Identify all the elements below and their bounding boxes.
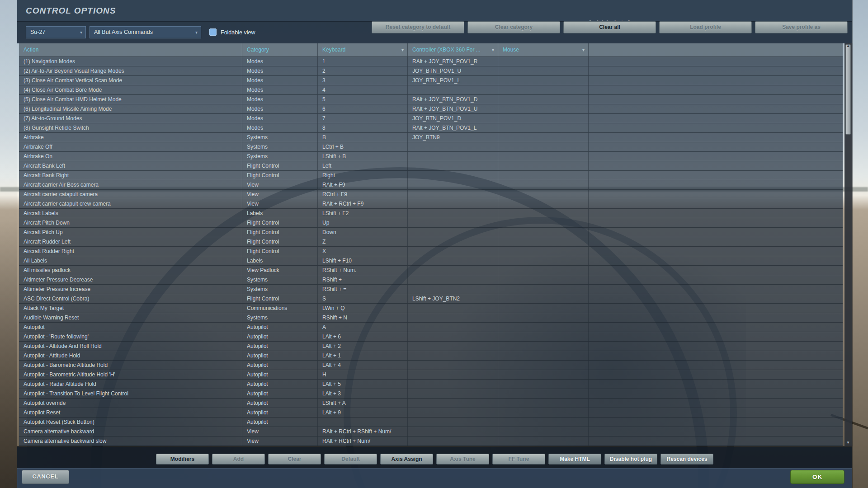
- mouse-cell[interactable]: [498, 351, 588, 360]
- action-cell[interactable]: Altimeter Pressure Decrease: [19, 275, 242, 284]
- action-cell[interactable]: (7) Air-to-Ground Modes: [19, 114, 242, 123]
- column-header-action[interactable]: Action: [19, 43, 242, 56]
- controller-cell[interactable]: [407, 427, 498, 436]
- category-cell[interactable]: Systems: [242, 133, 317, 142]
- controller-cell[interactable]: [407, 275, 498, 284]
- keyboard-cell[interactable]: LAlt + 9: [317, 408, 407, 417]
- action-cell[interactable]: Autopilot - Barometric Altitude Hold 'H': [19, 370, 242, 379]
- button-axis-assign[interactable]: Axis Assign: [380, 454, 433, 465]
- table-row[interactable]: Autopilot - Transition To Level Flight C…: [19, 389, 843, 399]
- mouse-cell[interactable]: [498, 228, 588, 237]
- table-row[interactable]: Aircraft Rudder LeftFlight ControlZ: [19, 237, 843, 247]
- aircraft-select[interactable]: Su-27 ▾: [26, 26, 86, 38]
- controller-cell[interactable]: [407, 218, 498, 227]
- controller-cell[interactable]: JOY_BTN_POV1_U: [407, 66, 498, 75]
- table-row[interactable]: Aircraft carrier catapult crew cameraVie…: [19, 199, 843, 209]
- category-cell[interactable]: Autopilot: [242, 380, 317, 389]
- mouse-cell[interactable]: [498, 380, 588, 389]
- controller-cell[interactable]: [407, 161, 498, 170]
- mouse-cell[interactable]: [498, 199, 588, 208]
- action-cell[interactable]: (1) Navigation Modes: [19, 57, 242, 66]
- category-cell[interactable]: Modes: [242, 57, 317, 66]
- column-header-controller[interactable]: Controller (XBOX 360 For ...▾: [407, 43, 498, 56]
- action-cell[interactable]: Aircraft carrier catapult crew camera: [19, 199, 242, 208]
- table-row[interactable]: Autopilot - Radar Altitude HoldAutopilot…: [19, 380, 843, 389]
- action-cell[interactable]: Autopilot - Barometric Altitude Hold: [19, 361, 242, 370]
- category-cell[interactable]: Communications: [242, 304, 317, 313]
- keyboard-cell[interactable]: B: [317, 133, 407, 142]
- column-header-mouse[interactable]: Mouse▾: [498, 43, 588, 56]
- action-cell[interactable]: (2) Air-to-Air Beyond Visual Range Modes: [19, 66, 242, 75]
- action-cell[interactable]: Aircraft Pitch Up: [19, 228, 242, 237]
- action-cell[interactable]: ASC Direct Control (Cobra): [19, 294, 242, 303]
- controller-cell[interactable]: [407, 247, 498, 256]
- action-cell[interactable]: (4) Close Air Combat Bore Mode: [19, 85, 242, 94]
- controller-cell[interactable]: RAlt + JOY_BTN_POV1_L: [407, 123, 498, 132]
- table-row[interactable]: (5) Close Air Combat HMD Helmet ModeMode…: [19, 95, 843, 104]
- keyboard-cell[interactable]: 3: [317, 76, 407, 85]
- category-cell[interactable]: Autopilot: [242, 351, 317, 360]
- category-cell[interactable]: Systems: [242, 142, 317, 151]
- mouse-cell[interactable]: [498, 361, 588, 370]
- cancel-button[interactable]: CANCEL: [22, 470, 69, 484]
- mouse-cell[interactable]: [498, 133, 588, 142]
- table-row[interactable]: Camera alternative backward slowViewRAlt…: [19, 436, 843, 446]
- scrollbar-thumb[interactable]: [845, 44, 851, 135]
- category-cell[interactable]: Modes: [242, 114, 317, 123]
- keyboard-cell[interactable]: LShift + F2: [317, 209, 407, 218]
- table-row[interactable]: Aircraft carrier Air Boss cameraViewRAlt…: [19, 180, 843, 190]
- category-cell[interactable]: Autopilot: [242, 389, 317, 398]
- mouse-cell[interactable]: [498, 427, 588, 436]
- button-make-html[interactable]: Make HTML: [548, 454, 601, 465]
- table-scrollbar[interactable]: ▲ ▼: [844, 43, 852, 446]
- mouse-cell[interactable]: [498, 342, 588, 351]
- category-cell[interactable]: Autopilot: [242, 418, 317, 427]
- controller-cell[interactable]: [407, 285, 498, 294]
- table-row[interactable]: All LabelsLabelsLShift + F10: [19, 256, 843, 266]
- table-row[interactable]: All missiles padlockView PadlockRShift +…: [19, 266, 843, 275]
- action-cell[interactable]: Autopilot - 'Route following': [19, 332, 242, 341]
- mouse-cell[interactable]: [498, 323, 588, 332]
- action-cell[interactable]: Autopilot Reset: [19, 408, 242, 417]
- category-cell[interactable]: Systems: [242, 285, 317, 294]
- table-row[interactable]: Airbrake OffSystemsLCtrl + B: [19, 142, 843, 152]
- category-cell[interactable]: View: [242, 436, 317, 446]
- controller-cell[interactable]: RAlt + JOY_BTN_POV1_U: [407, 104, 498, 113]
- mouse-cell[interactable]: [498, 190, 588, 199]
- category-cell[interactable]: Systems: [242, 275, 317, 284]
- keyboard-cell[interactable]: A: [317, 323, 407, 332]
- table-row[interactable]: AutopilotAutopilotA: [19, 323, 843, 332]
- controller-cell[interactable]: [407, 180, 498, 189]
- table-row[interactable]: Audible Warning ResetSystemsRShift + N: [19, 313, 843, 323]
- mouse-cell[interactable]: [498, 218, 588, 227]
- keyboard-cell[interactable]: RAlt + RCtrl + F9: [317, 199, 407, 208]
- action-cell[interactable]: Aircraft Rudder Left: [19, 237, 242, 246]
- action-cell[interactable]: Autopilot Reset (Stick Button): [19, 418, 242, 427]
- action-cell[interactable]: Aircraft Labels: [19, 209, 242, 218]
- keyboard-cell[interactable]: 4: [317, 85, 407, 94]
- action-cell[interactable]: Camera alternative backward: [19, 427, 242, 436]
- keyboard-cell[interactable]: Up: [317, 218, 407, 227]
- controller-cell[interactable]: LShift + JOY_BTN2: [407, 294, 498, 303]
- column-header-category[interactable]: Category: [242, 43, 317, 56]
- category-cell[interactable]: Modes: [242, 95, 317, 104]
- action-cell[interactable]: Attack My Target: [19, 304, 242, 313]
- table-row[interactable]: Aircraft Bank LeftFlight ControlLeft: [19, 161, 843, 171]
- button-modifiers[interactable]: Modifiers: [156, 454, 209, 465]
- controller-cell[interactable]: [407, 199, 498, 208]
- controller-cell[interactable]: [407, 351, 498, 360]
- category-cell[interactable]: Labels: [242, 256, 317, 265]
- mouse-cell[interactable]: [498, 275, 588, 284]
- table-row[interactable]: ASC Direct Control (Cobra)Flight Control…: [19, 294, 843, 304]
- table-row[interactable]: (3) Close Air Combat Vertical Scan ModeM…: [19, 76, 843, 85]
- category-cell[interactable]: Systems: [242, 313, 317, 322]
- category-cell[interactable]: Modes: [242, 76, 317, 85]
- ok-button[interactable]: OK: [790, 470, 844, 484]
- mouse-cell[interactable]: [498, 313, 588, 322]
- mouse-cell[interactable]: [498, 152, 588, 161]
- action-cell[interactable]: Aircraft Bank Left: [19, 161, 242, 170]
- action-cell[interactable]: Aircraft Rudder Right: [19, 247, 242, 256]
- mouse-cell[interactable]: [498, 256, 588, 265]
- keyboard-cell[interactable]: LAlt + 3: [317, 389, 407, 398]
- action-cell[interactable]: (5) Close Air Combat HMD Helmet Mode: [19, 95, 242, 104]
